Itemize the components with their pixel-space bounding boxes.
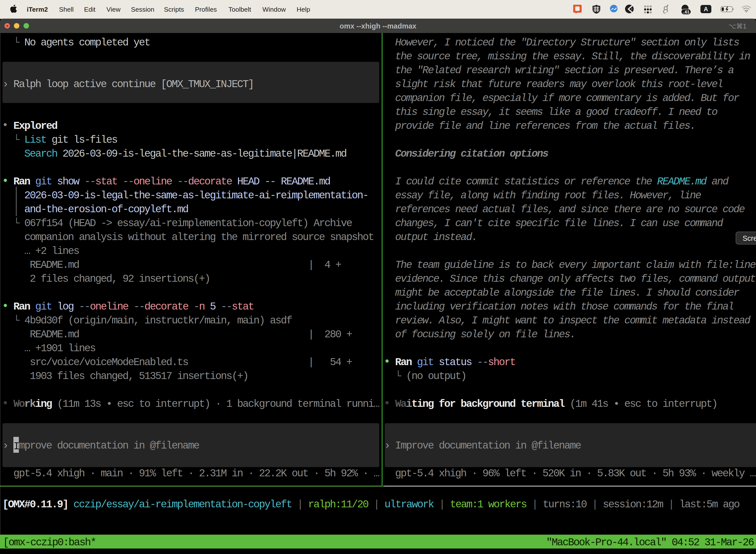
svg-text:..61: ..61 [683, 10, 690, 14]
